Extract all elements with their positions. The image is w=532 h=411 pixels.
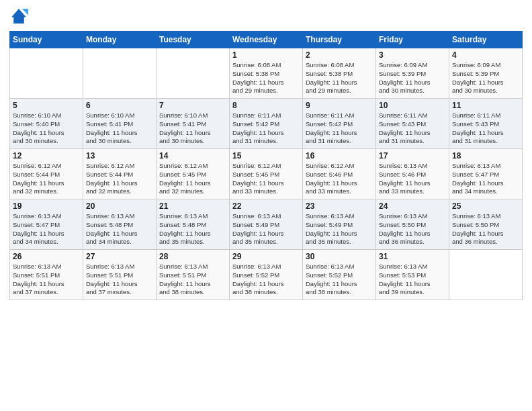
day-info: Sunrise: 6:11 AMSunset: 5:42 PMDaylight:… xyxy=(306,111,373,146)
day-number: 27 xyxy=(86,252,153,261)
weekday-header-thursday: Thursday xyxy=(303,32,376,48)
calendar-cell-1-2: 7Sunrise: 6:10 AMSunset: 5:41 PMDaylight… xyxy=(157,99,230,149)
day-info: Sunrise: 6:13 AMSunset: 5:52 PMDaylight:… xyxy=(306,263,373,297)
calendar-cell-3-0: 19Sunrise: 6:13 AMSunset: 5:47 PMDayligh… xyxy=(10,199,83,250)
day-info: Sunrise: 6:13 AMSunset: 5:50 PMDaylight:… xyxy=(379,212,446,246)
day-info: Sunrise: 6:11 AMSunset: 5:43 PMDaylight:… xyxy=(379,111,446,146)
calendar-cell-4-4: 30Sunrise: 6:13 AMSunset: 5:52 PMDayligh… xyxy=(303,250,376,300)
calendar-cell-0-5: 3Sunrise: 6:09 AMSunset: 5:39 PMDaylight… xyxy=(376,48,449,99)
day-number: 25 xyxy=(452,201,519,211)
day-number: 28 xyxy=(159,252,226,261)
day-info: Sunrise: 6:10 AMSunset: 5:41 PMDaylight:… xyxy=(159,111,226,146)
day-number: 1 xyxy=(232,50,300,60)
calendar-cell-4-5: 31Sunrise: 6:13 AMSunset: 5:53 PMDayligh… xyxy=(376,250,449,300)
day-number: 19 xyxy=(13,201,80,211)
header xyxy=(9,7,523,26)
day-number: 7 xyxy=(159,101,226,110)
calendar-cell-2-0: 12Sunrise: 6:12 AMSunset: 5:44 PMDayligh… xyxy=(10,149,83,199)
day-number: 13 xyxy=(86,151,153,161)
day-number: 2 xyxy=(306,50,373,60)
calendar-cell-3-5: 24Sunrise: 6:13 AMSunset: 5:50 PMDayligh… xyxy=(376,199,449,250)
day-number: 8 xyxy=(232,101,300,110)
calendar-cell-1-4: 9Sunrise: 6:11 AMSunset: 5:42 PMDaylight… xyxy=(303,99,376,149)
day-number: 6 xyxy=(86,101,153,110)
calendar-week-2: 5Sunrise: 6:10 AMSunset: 5:40 PMDaylight… xyxy=(10,99,523,149)
calendar-cell-1-5: 10Sunrise: 6:11 AMSunset: 5:43 PMDayligh… xyxy=(376,99,449,149)
day-info: Sunrise: 6:09 AMSunset: 5:39 PMDaylight:… xyxy=(379,61,446,95)
calendar-cell-0-6: 4Sunrise: 6:09 AMSunset: 5:39 PMDaylight… xyxy=(449,48,523,99)
day-number: 31 xyxy=(379,252,446,261)
calendar-cell-3-2: 21Sunrise: 6:13 AMSunset: 5:48 PMDayligh… xyxy=(157,199,230,250)
calendar-cell-1-6: 11Sunrise: 6:11 AMSunset: 5:43 PMDayligh… xyxy=(449,99,523,149)
day-info: Sunrise: 6:13 AMSunset: 5:46 PMDaylight:… xyxy=(379,162,446,196)
calendar-cell-0-2 xyxy=(157,48,230,99)
calendar-cell-3-1: 20Sunrise: 6:13 AMSunset: 5:48 PMDayligh… xyxy=(83,199,157,250)
day-number: 10 xyxy=(379,101,446,110)
day-info: Sunrise: 6:10 AMSunset: 5:40 PMDaylight:… xyxy=(13,111,80,146)
day-number: 18 xyxy=(452,151,519,161)
calendar-cell-3-4: 23Sunrise: 6:13 AMSunset: 5:49 PMDayligh… xyxy=(303,199,376,250)
day-info: Sunrise: 6:13 AMSunset: 5:49 PMDaylight:… xyxy=(306,212,373,246)
day-number: 9 xyxy=(306,101,373,110)
calendar-cell-4-2: 28Sunrise: 6:13 AMSunset: 5:51 PMDayligh… xyxy=(157,250,230,300)
day-info: Sunrise: 6:12 AMSunset: 5:44 PMDaylight:… xyxy=(13,162,80,196)
calendar-cell-3-3: 22Sunrise: 6:13 AMSunset: 5:49 PMDayligh… xyxy=(230,199,303,250)
day-info: Sunrise: 6:12 AMSunset: 5:46 PMDaylight:… xyxy=(306,162,373,196)
calendar-cell-0-4: 2Sunrise: 6:08 AMSunset: 5:38 PMDaylight… xyxy=(303,48,376,99)
day-info: Sunrise: 6:11 AMSunset: 5:42 PMDaylight:… xyxy=(232,111,300,146)
day-info: Sunrise: 6:09 AMSunset: 5:39 PMDaylight:… xyxy=(452,61,519,95)
weekday-header-friday: Friday xyxy=(376,32,449,48)
calendar: SundayMondayTuesdayWednesdayThursdayFrid… xyxy=(9,31,523,300)
weekday-header-monday: Monday xyxy=(83,32,157,48)
day-info: Sunrise: 6:13 AMSunset: 5:49 PMDaylight:… xyxy=(232,212,300,246)
calendar-cell-0-3: 1Sunrise: 6:08 AMSunset: 5:38 PMDaylight… xyxy=(230,48,303,99)
calendar-cell-1-0: 5Sunrise: 6:10 AMSunset: 5:40 PMDaylight… xyxy=(10,99,83,149)
calendar-cell-3-6: 25Sunrise: 6:13 AMSunset: 5:50 PMDayligh… xyxy=(449,199,523,250)
calendar-cell-2-2: 14Sunrise: 6:12 AMSunset: 5:45 PMDayligh… xyxy=(157,149,230,199)
day-info: Sunrise: 6:08 AMSunset: 5:38 PMDaylight:… xyxy=(232,61,300,95)
calendar-cell-4-3: 29Sunrise: 6:13 AMSunset: 5:52 PMDayligh… xyxy=(230,250,303,300)
day-number: 24 xyxy=(379,201,446,211)
page: SundayMondayTuesdayWednesdayThursdayFrid… xyxy=(0,0,532,411)
day-number: 21 xyxy=(159,201,226,211)
day-info: Sunrise: 6:13 AMSunset: 5:53 PMDaylight:… xyxy=(379,263,446,297)
calendar-cell-4-1: 27Sunrise: 6:13 AMSunset: 5:51 PMDayligh… xyxy=(83,250,157,300)
day-info: Sunrise: 6:13 AMSunset: 5:50 PMDaylight:… xyxy=(452,212,519,246)
day-info: Sunrise: 6:13 AMSunset: 5:51 PMDaylight:… xyxy=(159,263,226,297)
day-info: Sunrise: 6:13 AMSunset: 5:48 PMDaylight:… xyxy=(159,212,226,246)
day-info: Sunrise: 6:12 AMSunset: 5:45 PMDaylight:… xyxy=(232,162,300,196)
calendar-cell-1-1: 6Sunrise: 6:10 AMSunset: 5:41 PMDaylight… xyxy=(83,99,157,149)
day-number: 29 xyxy=(232,252,300,261)
day-number: 16 xyxy=(306,151,373,161)
calendar-week-4: 19Sunrise: 6:13 AMSunset: 5:47 PMDayligh… xyxy=(10,199,523,250)
day-number: 14 xyxy=(159,151,226,161)
calendar-week-1: 1Sunrise: 6:08 AMSunset: 5:38 PMDaylight… xyxy=(10,48,523,99)
weekday-header-sunday: Sunday xyxy=(10,32,83,48)
calendar-cell-1-3: 8Sunrise: 6:11 AMSunset: 5:42 PMDaylight… xyxy=(230,99,303,149)
calendar-cell-2-5: 17Sunrise: 6:13 AMSunset: 5:46 PMDayligh… xyxy=(376,149,449,199)
calendar-cell-2-3: 15Sunrise: 6:12 AMSunset: 5:45 PMDayligh… xyxy=(230,149,303,199)
day-number: 4 xyxy=(452,50,519,60)
day-number: 20 xyxy=(86,201,153,211)
calendar-cell-2-6: 18Sunrise: 6:13 AMSunset: 5:47 PMDayligh… xyxy=(449,149,523,199)
calendar-cell-2-1: 13Sunrise: 6:12 AMSunset: 5:44 PMDayligh… xyxy=(83,149,157,199)
day-info: Sunrise: 6:13 AMSunset: 5:47 PMDaylight:… xyxy=(13,212,80,246)
day-number: 11 xyxy=(452,101,519,110)
calendar-week-5: 26Sunrise: 6:13 AMSunset: 5:51 PMDayligh… xyxy=(10,250,523,300)
day-info: Sunrise: 6:13 AMSunset: 5:51 PMDaylight:… xyxy=(13,263,80,297)
day-info: Sunrise: 6:13 AMSunset: 5:52 PMDaylight:… xyxy=(232,263,300,297)
calendar-week-3: 12Sunrise: 6:12 AMSunset: 5:44 PMDayligh… xyxy=(10,149,523,199)
day-number: 30 xyxy=(306,252,373,261)
day-number: 26 xyxy=(13,252,80,261)
calendar-cell-0-0 xyxy=(10,48,83,99)
day-info: Sunrise: 6:13 AMSunset: 5:48 PMDaylight:… xyxy=(86,212,153,246)
weekday-header-row: SundayMondayTuesdayWednesdayThursdayFrid… xyxy=(10,32,523,48)
day-info: Sunrise: 6:13 AMSunset: 5:51 PMDaylight:… xyxy=(86,263,153,297)
day-info: Sunrise: 6:13 AMSunset: 5:47 PMDaylight:… xyxy=(452,162,519,196)
calendar-cell-2-4: 16Sunrise: 6:12 AMSunset: 5:46 PMDayligh… xyxy=(303,149,376,199)
day-number: 17 xyxy=(379,151,446,161)
logo xyxy=(9,7,30,26)
logo-icon xyxy=(9,7,28,26)
day-number: 23 xyxy=(306,201,373,211)
weekday-header-wednesday: Wednesday xyxy=(230,32,303,48)
